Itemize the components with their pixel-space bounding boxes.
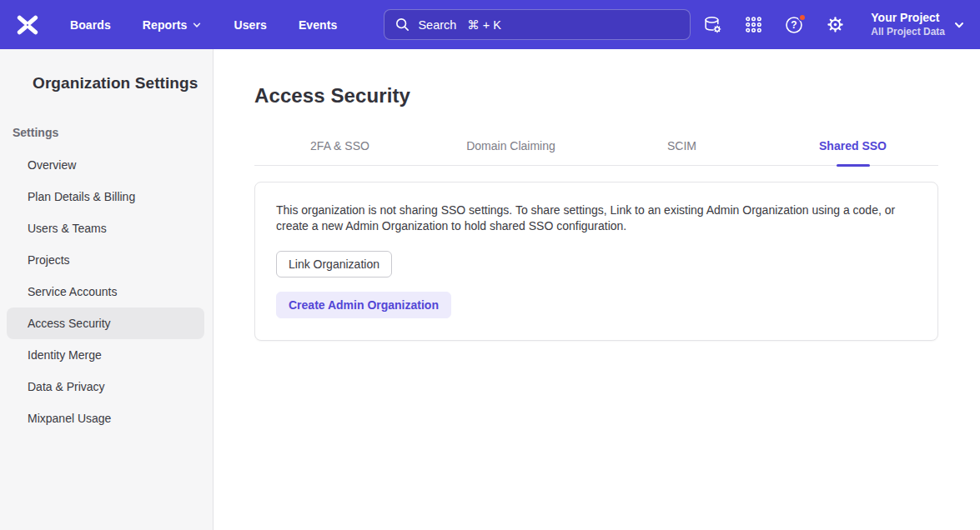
sidebar-item-label: Overview — [28, 158, 76, 172]
sidebar-item[interactable]: Overview — [7, 149, 204, 181]
sidebar-item-label: Identity Merge — [28, 348, 102, 362]
sidebar-item-label: Users & Teams — [28, 222, 107, 235]
nav-item-label: Events — [299, 18, 338, 32]
nav-right-cluster: ? Your Project All Project Data — [702, 11, 965, 38]
help-icon[interactable]: ? — [784, 15, 804, 35]
nav-item[interactable]: Events — [299, 18, 338, 32]
project-data-view: All Project Data — [871, 26, 945, 38]
page-title: Access Security — [254, 84, 980, 108]
sidebar-item-label: Data & Privacy — [28, 380, 105, 393]
shared-sso-description: This organization is not sharing SSO set… — [276, 202, 912, 234]
sidebar-item[interactable]: Data & Privacy — [7, 371, 204, 402]
nav-item[interactable]: Reports — [143, 18, 203, 32]
create-admin-organization-button[interactable]: Create Admin Organization — [276, 292, 451, 318]
chevron-down-icon — [192, 20, 202, 30]
sidebar-item-label: Access Security — [28, 317, 111, 330]
search-shortcut-hint: ⌘ + K — [467, 18, 501, 32]
tab-label: Shared SSO — [819, 139, 887, 152]
sidebar-item[interactable]: Users & Teams — [7, 212, 204, 244]
svg-text:?: ? — [792, 19, 797, 31]
tab-label: 2FA & SSO — [310, 139, 369, 152]
primary-nav: Boards Reports Users Events — [70, 18, 337, 32]
notification-badge — [798, 13, 807, 22]
sidebar-item[interactable]: Plan Details & Billing — [7, 181, 204, 212]
tab[interactable]: Shared SSO — [767, 139, 938, 165]
settings-sidebar: Organization Settings Settings Overview … — [0, 49, 214, 530]
nav-item-label: Boards — [70, 18, 111, 32]
tab-bar: 2FA & SSO Domain Claiming SCIM Shared SS… — [254, 139, 938, 166]
tab-label: SCIM — [667, 139, 696, 152]
sidebar-title: Organization Settings — [33, 74, 213, 92]
tab[interactable]: SCIM — [596, 139, 767, 165]
search-icon — [395, 17, 410, 32]
top-navigation-bar: Boards Reports Users Events — [0, 0, 980, 49]
data-management-icon[interactable] — [702, 15, 722, 35]
sidebar-item[interactable]: Mixpanel Usage — [7, 402, 204, 434]
sidebar-item[interactable]: Access Security — [7, 308, 204, 339]
search-input[interactable]: Search ⌘ + K — [384, 9, 691, 40]
shared-sso-card: This organization is not sharing SSO set… — [254, 182, 938, 341]
sidebar-item-label: Plan Details & Billing — [28, 190, 135, 203]
project-switcher[interactable]: Your Project All Project Data — [871, 11, 965, 38]
sidebar-item[interactable]: Service Accounts — [7, 276, 204, 308]
sidebar-section-label: Settings — [13, 126, 213, 139]
apps-grid-icon[interactable] — [743, 15, 763, 35]
link-organization-button[interactable]: Link Organization — [276, 251, 392, 278]
nav-item-label: Users — [234, 18, 266, 32]
sidebar-item[interactable]: Identity Merge — [7, 339, 204, 371]
sidebar-item[interactable]: Projects — [7, 244, 204, 276]
sidebar-item-label: Projects — [28, 253, 70, 267]
search-placeholder: Search — [418, 18, 456, 32]
nav-item[interactable]: Users — [234, 18, 266, 32]
project-name: Your Project — [871, 11, 939, 26]
sidebar-nav: Overview Plan Details & Billing Users & … — [0, 149, 213, 434]
chevron-down-icon — [953, 19, 965, 31]
tab-label: Domain Claiming — [466, 139, 555, 152]
tab[interactable]: 2FA & SSO — [254, 139, 425, 165]
settings-gear-icon[interactable] — [825, 15, 845, 35]
main-content: Access Security 2FA & SSO Domain Claimin… — [214, 49, 980, 530]
sidebar-item-label: Mixpanel Usage — [28, 412, 111, 425]
nav-item[interactable]: Boards — [70, 18, 111, 32]
sidebar-item-label: Service Accounts — [28, 285, 117, 298]
mixpanel-logo-icon[interactable] — [15, 13, 40, 37]
tab[interactable]: Domain Claiming — [425, 139, 596, 165]
nav-item-label: Reports — [143, 18, 188, 32]
